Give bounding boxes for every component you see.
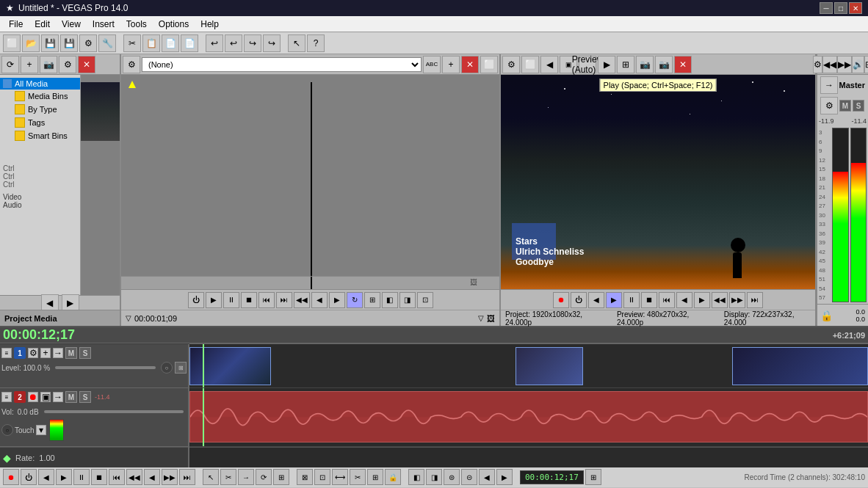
audio-track-mute-button[interactable]: M [65,391,77,403]
preview-play-button[interactable]: ▶ [606,292,622,308]
maximize-button[interactable]: □ [834,2,847,14]
bt-play-button[interactable]: ▶ [56,469,72,485]
render-button[interactable]: ⚙ [79,34,97,52]
paste-button[interactable]: 📄 [162,34,179,52]
audio-track-solo-button[interactable]: S [79,391,91,403]
preview-grid-button[interactable]: ⊞ [617,56,634,73]
bt-snap1-button[interactable]: ⊠ [297,469,313,485]
help-button[interactable]: ? [307,34,325,52]
video-track-color-button[interactable]: ⊞ [175,362,187,374]
source-stepback-button[interactable]: ◀ [311,292,328,308]
video-track-expand-button[interactable]: ≡ [1,348,12,358]
menu-edit[interactable]: Edit [29,18,56,31]
undo-button[interactable]: ↩ [206,34,223,52]
source-loop-button[interactable]: ↻ [347,292,363,308]
preview-capture2-button[interactable]: 📷 [655,56,673,73]
new-button[interactable]: ⬜ [3,34,21,52]
menu-options[interactable]: Options [153,18,195,31]
nav-prev-button[interactable]: ◀ [41,294,59,312]
audio-track-slider[interactable] [44,410,184,413]
source-power-button[interactable]: ⏻ [188,292,204,308]
source-pause-button[interactable]: ⏸ [223,292,239,308]
meter-fwd-button[interactable]: ▶▶ [837,56,852,73]
bt-tool1-button[interactable]: ↖ [203,469,219,485]
redo2-button[interactable]: ↪ [263,34,281,52]
preview-stepfwd-button[interactable]: ▶ [694,292,710,308]
preview-begin-button[interactable]: ⏮ [659,292,675,308]
bt-tool3-button[interactable]: → [238,469,254,485]
source-snap-button[interactable]: ⊞ [364,292,380,308]
preview-prev-ctrl-button[interactable]: ◀ [588,292,604,308]
bt-timecode-button[interactable]: ⊞ [585,469,601,485]
master-gear-button[interactable]: ⚙ [820,97,838,114]
video-track-settings-button[interactable]: ⚙ [28,348,38,358]
source-markout-button[interactable]: ◨ [399,292,416,308]
paste-insert-button[interactable]: 📄 [181,34,198,52]
bt-mark2-button[interactable]: ◨ [426,469,442,485]
source-stepfwd-button[interactable]: ▶ [329,292,345,308]
audio-track-input-button[interactable]: ▣ [40,392,51,402]
preview-ext-button[interactable]: ⬜ [521,56,539,73]
bt-stepback-button[interactable]: ◀ [144,469,160,485]
undo2-button[interactable]: ↩ [225,34,242,52]
menu-file[interactable]: File [3,18,29,31]
video-track-arrow-button[interactable]: → [53,348,63,358]
meter-vol-button[interactable]: 🔊 [852,56,864,73]
bt-snap2-button[interactable]: ⊡ [314,469,330,485]
master-mute-button[interactable]: M [839,100,851,112]
preview-rew-button[interactable]: ◀◀ [712,292,728,308]
redo-button[interactable]: ↪ [244,34,261,52]
source-next-button[interactable]: ⏭ [276,292,292,308]
source-abc-button[interactable]: ABC [423,56,441,73]
pm-btn4[interactable]: ⚙ [59,56,76,73]
audio-track-arrow-button[interactable]: → [53,392,63,402]
bt-snap4-button[interactable]: ✂ [350,469,366,485]
menu-tools[interactable]: Tools [120,18,153,31]
audio-track-touch-dropdown[interactable]: ▾ [36,425,46,435]
bt-tool2-button[interactable]: ✂ [220,469,236,485]
menu-help[interactable]: Help [195,18,225,31]
preview-record-button[interactable]: ⏺ [553,292,569,308]
pm-btn3[interactable]: 📷 [40,56,57,73]
audio-clip-1[interactable] [189,391,868,443]
video-track-mute-button[interactable]: M [65,347,77,359]
video-track-addmedia-button[interactable]: + [40,348,51,358]
tree-item-media-bins[interactable]: Media Bins [0,90,80,103]
preview-next-button[interactable]: ▶ [598,56,615,73]
bt-mark1-button[interactable]: ◧ [408,469,424,485]
video-clip-1[interactable] [189,347,271,385]
bt-ff-button[interactable]: ▶▶ [162,469,178,485]
bt-power-button[interactable]: ⏻ [21,469,37,485]
preview-ff-button[interactable]: ▶▶ [729,292,745,308]
audio-track-expand-button[interactable]: ≡ [1,392,12,402]
master-arrow-button[interactable]: → [820,76,838,94]
preview-stepback-button[interactable]: ◀ [676,292,692,308]
source-play-button[interactable]: ▶ [206,292,222,308]
tree-item-tags[interactable]: Tags [0,116,80,129]
bt-tool5-button[interactable]: ⊞ [273,469,289,485]
audio-track-record-button[interactable]: ⏺ [28,392,38,402]
video-clip-3[interactable] [732,347,868,385]
nav-next-button[interactable]: ▶ [62,294,79,312]
audio-track-knob[interactable]: ○ [1,424,13,436]
preview-stop-button[interactable]: ⏹ [641,292,657,308]
bt-begin-button[interactable]: ⏮ [109,469,125,485]
cut-button[interactable]: ✂ [123,34,141,52]
bt-nav2-button[interactable]: ▶ [496,469,513,485]
preview-gear-button[interactable]: ⚙ [502,56,520,73]
bt-edit1-button[interactable]: 🔒 [385,469,401,485]
meter-settings-button[interactable]: ⚙ [813,56,822,73]
meter-more-button[interactable]: ⊞ [864,56,869,73]
bt-stop-button[interactable]: ⏹ [91,469,107,485]
source-mark-button[interactable]: ◧ [382,292,398,308]
bt-pause-button[interactable]: ⏸ [73,469,90,485]
pm-btn1[interactable]: ⟳ [1,56,19,73]
tree-item-all-media[interactable]: All Media [0,78,80,90]
source-rew-button[interactable]: ◀◀ [294,292,310,308]
source-gear-button[interactable]: ⚙ [123,56,140,73]
open-button[interactable]: 📂 [22,34,40,52]
video-clip-2[interactable] [516,347,583,385]
bt-snap5-button[interactable]: ⊞ [367,469,383,485]
bt-record-button[interactable]: ⏺ [3,469,19,485]
bt-prev-button[interactable]: ◀ [38,469,54,485]
